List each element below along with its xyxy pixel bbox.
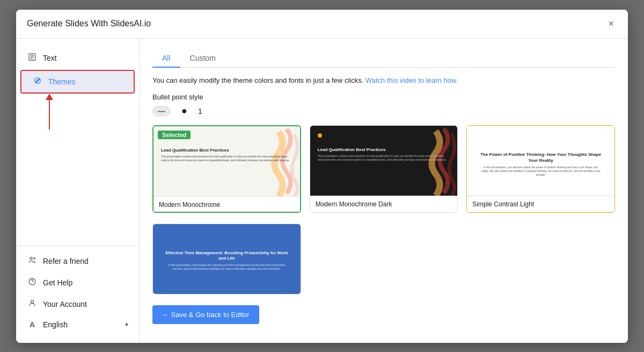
tab-custom[interactable]: Custom — [180, 49, 225, 68]
refer-icon — [27, 256, 38, 267]
svg-point-5 — [34, 257, 35, 259]
theme-card-modern-monochrome-dark[interactable]: Lead Qualification Best Practices This p… — [310, 125, 458, 213]
svg-point-4 — [30, 257, 32, 259]
preview-blue-title: Effective Time Management: Boosting Prod… — [160, 250, 293, 262]
sidebar-item-help-label: Get Help — [43, 278, 72, 287]
sidebar-item-account[interactable]: Your Account — [16, 293, 139, 315]
tabs: All Custom — [152, 49, 615, 68]
sidebar-item-help[interactable]: Get Help — [16, 272, 139, 293]
preview-dot-orange-dark — [318, 133, 322, 138]
theme-name-mm-dark: Modern Monochrome Dark — [310, 196, 458, 211]
sidebar-item-text[interactable]: Text — [16, 47, 139, 69]
theme-card-modern-monochrome[interactable]: Selected Lead Qualification Best Practic… — [152, 125, 301, 213]
sidebar-top: Text Themes — [16, 47, 139, 246]
language-icon: A — [27, 320, 38, 329]
themes-grid-row2: Effective Time Management: Boosting Prod… — [152, 224, 615, 294]
preview-scl-title: The Power of Positive Thinking: How Your… — [474, 152, 607, 163]
preview-scl-text: In this presentation, you will learn abo… — [474, 163, 607, 179]
sidebar-item-account-label: Your Account — [43, 300, 87, 308]
description: You can easily modify the theme colors a… — [152, 75, 615, 86]
bullet-option-number[interactable]: 1 — [198, 107, 202, 116]
theme-card-blue[interactable]: Effective Time Management: Boosting Prod… — [152, 224, 301, 294]
text-icon — [27, 53, 38, 63]
theme-name-mm: Modern Monochrome — [153, 196, 300, 212]
close-button[interactable]: × — [605, 17, 617, 31]
preview-text-mm-dark: This presentation outlines best practice… — [318, 154, 450, 162]
bullet-section: Bullet point style — ● 1 — [152, 93, 615, 117]
help-icon — [27, 277, 38, 288]
bullet-option-dash[interactable]: — — [152, 106, 171, 117]
sidebar-item-language[interactable]: A English ▾ — [16, 315, 139, 334]
bullet-options: — ● 1 — [152, 105, 615, 117]
sidebar-item-refer-label: Refer a friend — [43, 257, 89, 265]
sidebar-bottom: Refer a friend Get Help Your Account — [16, 246, 139, 334]
sidebar-item-text-label: Text — [43, 54, 57, 62]
language-label: English — [43, 320, 68, 329]
modal-body: Text Themes — [16, 39, 628, 343]
theme-preview-scl: The Power of Positive Thinking: How Your… — [467, 126, 614, 196]
themes-box: Themes — [20, 70, 135, 94]
theme-name-scl: Simple Contrast Light — [467, 196, 614, 211]
main-content: All Custom You can easily modify the the… — [140, 39, 628, 343]
bullet-option-dot[interactable]: ● — [181, 105, 187, 117]
selected-badge: Selected — [158, 131, 191, 139]
theme-card-simple-contrast-light[interactable]: The Power of Positive Thinking: How Your… — [466, 125, 615, 213]
description-link[interactable]: Watch this video to learn how. — [365, 76, 458, 84]
theme-preview-blue: Effective Time Management: Boosting Prod… — [153, 224, 301, 294]
preview-title-mm-dark: Lead Qualification Best Practices — [318, 147, 386, 152]
svg-point-8 — [31, 300, 33, 303]
themes-icon — [32, 76, 43, 87]
modal-header: Generate Slides With SlidesAI.io × — [16, 10, 628, 39]
preview-blue-text: In this presentation, we'll explore the … — [160, 261, 293, 273]
modal-title: Generate Slides With SlidesAI.io — [27, 19, 151, 28]
sidebar: Text Themes — [16, 39, 140, 343]
chevron-down-icon: ▾ — [125, 321, 128, 328]
preview-title-mm: Lead Qualification Best Practices — [161, 148, 229, 153]
sidebar-item-refer[interactable]: Refer a friend — [16, 250, 139, 272]
themes-grid: Selected Lead Qualification Best Practic… — [152, 125, 615, 213]
modal: Generate Slides With SlidesAI.io × Text — [16, 10, 628, 343]
save-button[interactable]: ← Save & Go back to Editor — [152, 305, 259, 324]
tab-all[interactable]: All — [152, 49, 180, 68]
bullet-label: Bullet point style — [152, 93, 615, 101]
preview-text-mm: This presentation outlines best practice… — [161, 155, 292, 162]
save-button-container: ← Save & Go back to Editor — [152, 305, 615, 324]
theme-preview-mm-dark: Lead Qualification Best Practices This p… — [310, 126, 458, 196]
sidebar-item-themes-label: Themes — [48, 77, 76, 86]
sidebar-item-themes[interactable]: Themes — [21, 71, 134, 92]
account-icon — [27, 299, 38, 310]
